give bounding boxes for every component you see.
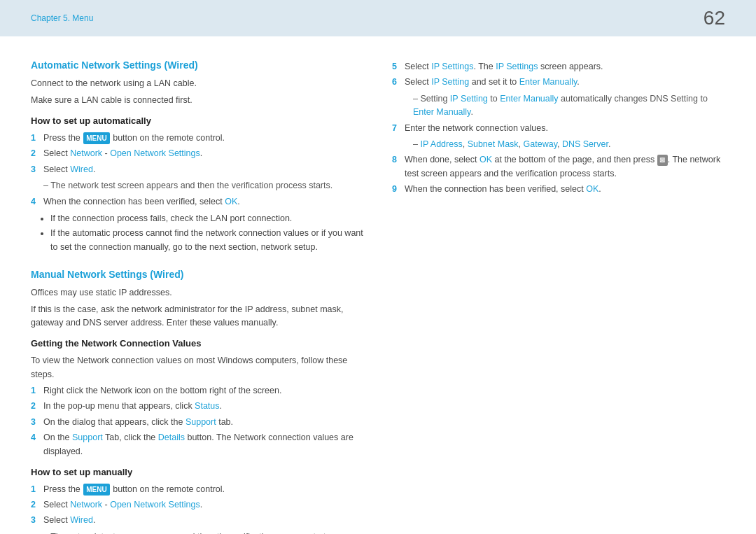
menu-badge-1: MENU xyxy=(83,132,109,145)
auto-bullets: If the connection process fails, check t… xyxy=(31,212,364,254)
right-step-6-dash: Setting IP Setting to Enter Manually aut… xyxy=(392,92,725,120)
right-step-7-dash: IP Address, Subnet Mask, Gateway, DNS Se… xyxy=(392,138,725,151)
manual-step-3: 3 Select Wired. xyxy=(31,514,364,527)
auto-intro-2: Make sure a LAN cable is connected first… xyxy=(31,94,364,107)
getting-step-3: 3 On the dialog that appears, click the … xyxy=(31,416,364,429)
getting-title: Getting the Network Connection Values xyxy=(31,337,364,351)
manual-intro-2: If this is the case, ask the network adm… xyxy=(31,303,364,330)
section-automatic-title: Automatic Network Settings (Wired) xyxy=(31,57,364,73)
right-step-8: 8 When done, select OK at the bottom of … xyxy=(392,153,725,181)
auto-step-3: 3 Select Wired. xyxy=(31,163,364,176)
manual-step-3-dash: The network test screen appears and then… xyxy=(31,531,364,534)
getting-step-2: 2 In the pop-up menu that appears, click… xyxy=(31,400,364,413)
menu-badge-2: MENU xyxy=(83,484,109,496)
section-manual: Manual Network Settings (Wired) Offices … xyxy=(31,267,364,534)
section-automatic: Automatic Network Settings (Wired) Conne… xyxy=(31,57,364,254)
manual-step-2: 2 Select Network - Open Network Settings… xyxy=(31,498,364,512)
right-steps-list-2: 7 Enter the network connection values. xyxy=(392,122,725,135)
getting-step-1: 1 Right click the Network icon on the bo… xyxy=(31,384,364,398)
getting-step-4: 4 On the Support Tab, click the Details … xyxy=(31,431,364,458)
left-column: Automatic Network Settings (Wired) Conne… xyxy=(31,57,364,534)
auto-step-3-dash: The network test screen appears and then… xyxy=(31,179,364,192)
remote-button-icon: ▩ xyxy=(657,155,668,166)
content-area: Automatic Network Settings (Wired) Conne… xyxy=(0,36,756,534)
chapter-label: Chapter 5. Menu xyxy=(31,13,93,23)
manual-step-1: 1 Press the MENU button on the remote co… xyxy=(31,483,364,496)
page-header: Chapter 5. Menu 62 xyxy=(0,0,756,36)
page: Chapter 5. Menu 62 Automatic Network Set… xyxy=(0,0,756,534)
manual-intro-1: Offices may use static IP addresses. xyxy=(31,286,364,300)
how-manual-title: How to set up manually xyxy=(31,465,364,480)
auto-bullet-2: If the automatic process cannot find the… xyxy=(50,227,364,254)
auto-bullet-1: If the connection process fails, check t… xyxy=(50,212,364,225)
how-auto-title: How to set up automatically xyxy=(31,114,364,129)
right-step-6: 6 Select IP Setting and set it to Enter … xyxy=(392,76,725,89)
right-step-5: 5 Select IP Settings. The IP Settings sc… xyxy=(392,60,725,73)
right-step-7: 7 Enter the network connection values. xyxy=(392,122,725,135)
right-step-9: 9 When the connection has been verified,… xyxy=(392,183,725,196)
page-number: 62 xyxy=(704,7,725,29)
auto-step-2: 2 Select Network - Open Network Settings… xyxy=(31,147,364,160)
auto-step-4-list: 4 When the connection has been verified,… xyxy=(31,195,364,209)
section-manual-title: Manual Network Settings (Wired) xyxy=(31,267,364,282)
right-steps-list-3: 8 When done, select OK at the bottom of … xyxy=(392,153,725,196)
right-steps-list: 5 Select IP Settings. The IP Settings sc… xyxy=(392,60,725,90)
manual-steps-list: 1 Press the MENU button on the remote co… xyxy=(31,483,364,528)
auto-steps-list: 1 Press the MENU button on the remote co… xyxy=(31,132,364,176)
auto-intro-1: Connect to the network using a LAN cable… xyxy=(31,77,364,90)
auto-step-1: 1 Press the MENU button on the remote co… xyxy=(31,132,364,145)
getting-intro: To view the Network connection values on… xyxy=(31,354,364,381)
auto-step-4: 4 When the connection has been verified,… xyxy=(31,195,364,209)
getting-steps-list: 1 Right click the Network icon on the bo… xyxy=(31,384,364,458)
right-column: 5 Select IP Settings. The IP Settings sc… xyxy=(392,57,725,534)
